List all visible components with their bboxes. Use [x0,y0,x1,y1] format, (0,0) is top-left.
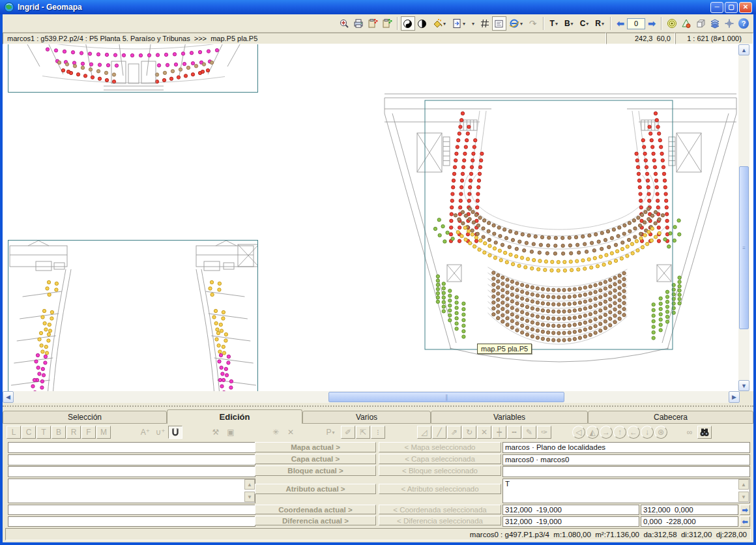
frame-counter-input[interactable] [627,18,645,29]
contrast-icon [417,19,427,29]
scroll-left-button[interactable]: ◀ [3,391,14,403]
attribute-input[interactable] [8,479,255,503]
scroll-right-button[interactable]: ▶ [729,391,740,403]
difference-current-field[interactable]: 312,000 -19,000 [502,516,639,527]
maximize-button[interactable]: ▢ [725,2,738,13]
coordinate-transfer-right-button[interactable]: ➡ [740,505,750,515]
hatch-grid-button[interactable] [478,16,492,31]
toolbar-separator [610,17,611,30]
layer-dropdown[interactable]: C▾ [577,16,592,31]
paint-fill-icon [432,18,443,29]
help-button[interactable]: ? [736,16,751,31]
app-globe-icon [4,2,14,12]
attribute-value-scroll-up[interactable]: ▲ [738,479,749,490]
coordinate-selected-button[interactable]: < Coordenada seleccionada [379,505,501,514]
page-layout-dropdown[interactable]: ▾ [449,16,469,31]
title-bar: Ingrid - Geomapa ─ ▢ ✕ [0,0,756,14]
browser-dropdown[interactable]: ▾ [506,16,526,31]
box-3d-icon [695,18,706,29]
main-toolbar: ▾ ▾ ▾ [3,14,753,33]
attribute-selected-button[interactable]: < Atributo seleccionado [379,484,501,494]
text-frame-toggle[interactable] [492,16,506,31]
viewport-frame-bottom-left [8,240,258,391]
fill-style-dropdown[interactable]: ▾ [429,16,449,31]
paste-special-green-icon [382,18,392,29]
next-frame-button[interactable]: ➡ [645,18,658,29]
difference-transfer-left-button[interactable]: ⬅ [740,516,750,527]
attribute-actual-button[interactable]: Atributo actual > [255,484,376,494]
block-input[interactable] [8,466,255,477]
scroll-up-button[interactable]: ▲ [738,44,749,55]
scrollbar-corner [740,391,753,403]
scale-readout: 1 : 621 (8≠1.000) [675,33,753,44]
difference-selected-field[interactable]: 0,000 -228,000 [641,516,738,527]
main-seating-plan [382,91,739,362]
vertical-scroll-thumb[interactable]: ≡ [739,166,749,329]
page-layout-icon [452,18,462,29]
breadcrumb: marcos1 : g539.P2.p2/4 : P5 Planta 5. Pa… [3,33,606,44]
layer-input[interactable] [8,454,255,465]
map-value-field[interactable]: marcos · Plano de localidades [502,442,750,453]
coordinate-current-field[interactable]: 312,000 -19,000 [502,505,639,515]
plane-axes-button[interactable] [722,16,736,31]
block-actual-button[interactable]: Bloque actual > [255,465,376,476]
vertical-scrollbar[interactable]: ▲ ≡ ▼ [738,44,749,391]
horizontal-scroll-thumb[interactable]: ║ [328,392,564,402]
region-dropdown[interactable]: R▾ [592,16,607,31]
prism-button[interactable] [679,16,693,31]
map-canvas[interactable]: map.P5 pla.P5 ▲ ≡ ▼ [3,44,753,391]
text-dropdown[interactable]: T▾ [547,16,561,31]
prism-icon [681,18,691,29]
difference-actual-button[interactable]: Diferencia actual > [255,516,376,525]
close-button[interactable]: ✕ [739,2,752,13]
print-button[interactable] [351,16,366,31]
toolbar-separator [543,17,544,30]
target-rings-icon [667,18,677,29]
toolbar-separator [661,17,662,30]
redo-button[interactable]: ↷ [526,16,540,31]
attribute-input-scroll-up[interactable]: ▲ [244,479,255,490]
viewport-label: map.P5 pla.P5 [477,344,532,354]
attribute-value-scroll-down[interactable]: ▼ [738,492,749,502]
contrast-button[interactable] [415,16,429,31]
print-icon [353,18,364,29]
coordinate-input[interactable] [8,505,255,515]
map-actual-button[interactable]: Mapa actual > [255,442,376,452]
map-input[interactable] [8,442,255,453]
invert-display-toggle[interactable] [401,16,415,31]
target-rings-button[interactable] [665,16,679,31]
difference-input[interactable] [8,516,255,527]
attribute-input-scroll-down[interactable]: ▼ [244,492,255,502]
map-selected-button[interactable]: < Mapa seleccionado [379,442,501,452]
help-icon: ? [738,18,749,29]
block-value-field[interactable] [502,466,750,477]
block-selected-button[interactable]: < Bloque seleccionado [379,465,501,476]
status-bar: marcos0 : g497.P1.p3/4 m:1.080,00 m²:71.… [5,528,751,540]
bottom-panel: Selección Edición Varios Variables Cabec… [3,409,753,541]
paste-special-red-button[interactable] [366,16,380,31]
layer-selected-button[interactable]: < Capa seleccionada [379,454,501,464]
layer-actual-button[interactable]: Capa actual > [255,454,376,464]
horizontal-scrollbar[interactable]: ◀ ║ ▶ [3,391,740,403]
difference-selected-button[interactable]: < Diferencia seleccionada [379,516,501,525]
attribute-value-field[interactable]: T [502,479,750,503]
coordinate-actual-button[interactable]: Coordenada actual > [255,505,376,514]
block-dropdown[interactable]: B▾ [561,16,577,31]
minimize-button[interactable]: ─ [710,2,723,13]
solid-box-button[interactable] [693,16,708,31]
zoom-extents-button[interactable] [337,16,351,31]
panel-splitter[interactable] [3,403,753,409]
coordinate-selected-field[interactable]: 312,000 0,000 [641,505,738,515]
paste-special-green-button[interactable] [380,16,394,31]
internet-explorer-icon [509,18,519,29]
paste-special-red-icon [368,18,378,29]
layer-value-field[interactable]: marcos0 · marcos0 [502,454,750,465]
extra-dropdown[interactable]: ▾ [469,16,478,31]
status-info: marcos0 : g497.P1.p3/4 m:1.080,00 m²:71.… [470,531,747,538]
previous-frame-button[interactable]: ⬅ [614,18,627,29]
horizontal-scrollbar-row: ◀ ║ ▶ [3,391,753,403]
seating-plan-detail-bottom [8,241,258,391]
layers-button[interactable] [708,16,722,31]
window-title: Ingrid - Geomapa [18,3,82,12]
scroll-down-button[interactable]: ▼ [738,380,749,391]
